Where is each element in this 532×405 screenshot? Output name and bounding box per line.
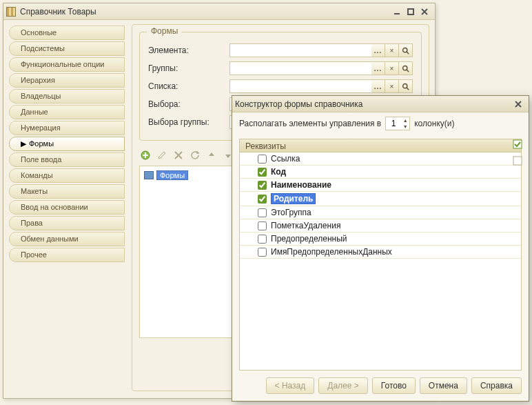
- magnifier-icon[interactable]: [399, 43, 413, 57]
- sidebar-item-7[interactable]: ▶Формы: [9, 137, 125, 151]
- list-item-label: Предопределенный: [271, 234, 347, 244]
- minimize-button[interactable]: [391, 6, 403, 17]
- sidebar-item-label: Поле ввода: [21, 155, 61, 164]
- form-icon: [144, 171, 154, 179]
- list-item[interactable]: ИмяПредопределенныхДанных: [240, 246, 521, 259]
- sidebar-item-14[interactable]: Прочее: [9, 248, 125, 262]
- list-item-checkbox[interactable]: [258, 208, 267, 217]
- dialog-body: Располагать элементы управления в ▲ ▼ ко…: [239, 117, 522, 371]
- list-item[interactable]: Предопределенный: [240, 233, 521, 246]
- check-all-icon[interactable]: [512, 139, 524, 151]
- list-item-checkbox[interactable]: [258, 168, 267, 177]
- spinner-down-icon[interactable]: ▼: [401, 124, 409, 130]
- sidebar-item-label: Данные: [21, 108, 48, 116]
- dialog-side-icons: [512, 139, 524, 168]
- form-input[interactable]: [229, 61, 371, 75]
- refresh-icon[interactable]: [189, 149, 201, 161]
- sidebar-item-3[interactable]: Иерархия: [9, 73, 125, 88]
- list-item[interactable]: Наименование: [240, 179, 521, 192]
- spinner-arrows[interactable]: ▲ ▼: [401, 117, 409, 130]
- sidebar-item-10[interactable]: Макеты: [9, 184, 125, 199]
- form-input[interactable]: [229, 79, 371, 93]
- form-row-label: Выбора группы:: [148, 117, 224, 127]
- dlg-next-button[interactable]: Далее >: [318, 377, 368, 394]
- form-row-label: Списка:: [148, 81, 224, 91]
- list-item-label: ЭтоГруппа: [271, 208, 311, 217]
- list-item-label: Наименование: [271, 180, 331, 190]
- sidebar-item-0[interactable]: Основные: [9, 26, 125, 40]
- form-row-0: Элемента:...×: [148, 43, 413, 57]
- dots-button[interactable]: ...: [371, 79, 385, 93]
- add-icon[interactable]: [139, 149, 152, 161]
- spinner-up-icon[interactable]: ▲: [401, 117, 409, 124]
- dots-button[interactable]: ...: [371, 43, 385, 57]
- sidebar-item-1[interactable]: Подсистемы: [9, 41, 125, 56]
- svg-point-3: [403, 83, 407, 88]
- sidebar-item-label: Функциональные опции: [21, 60, 104, 68]
- sidebar-item-label: Основные: [21, 28, 57, 37]
- titlebar: Справочник Товары: [3, 3, 435, 20]
- window-buttons: [391, 6, 431, 17]
- form-input[interactable]: [229, 43, 371, 57]
- form-row-label: Элемента:: [148, 46, 224, 55]
- sidebar-item-2[interactable]: Функциональные опции: [9, 57, 125, 72]
- list-item-checkbox[interactable]: [258, 195, 267, 204]
- magnifier-icon[interactable]: [399, 79, 413, 93]
- form-input-wrap: ...×: [229, 43, 413, 57]
- columns-row: Располагать элементы управления в ▲ ▼ ко…: [239, 117, 522, 130]
- dlg-help-button[interactable]: Справка: [471, 377, 522, 394]
- clear-button[interactable]: ×: [385, 79, 399, 93]
- dialog-close-button[interactable]: [512, 99, 524, 110]
- sidebar-item-label: Обмен данными: [21, 235, 79, 243]
- list-item[interactable]: Ссылка: [240, 152, 521, 166]
- list-item[interactable]: Код: [240, 166, 521, 179]
- columns-input[interactable]: [386, 119, 401, 128]
- sidebar-item-6[interactable]: Нумерация: [9, 121, 125, 135]
- sidebar-item-label: Команды: [21, 171, 53, 179]
- list-item-label: ИмяПредопределенныхДанных: [271, 247, 392, 257]
- svg-rect-0: [408, 9, 413, 14]
- edit-icon[interactable]: [156, 149, 168, 161]
- svg-point-2: [403, 66, 407, 70]
- sidebar-item-11[interactable]: Ввод на основании: [9, 200, 125, 215]
- clear-button[interactable]: ×: [385, 43, 399, 57]
- clear-button[interactable]: ×: [385, 61, 399, 75]
- arrow-icon: ▶: [21, 139, 26, 148]
- dlg-back-button[interactable]: < Назад: [266, 377, 315, 394]
- magnifier-icon[interactable]: [399, 61, 413, 75]
- list-item-label: Код: [271, 167, 286, 177]
- sidebar-item-12[interactable]: Права: [9, 216, 125, 230]
- sidebar-item-5[interactable]: Данные: [9, 105, 125, 119]
- dialog-title: Конструктор формы справочника: [235, 96, 508, 112]
- list-item-checkbox[interactable]: [258, 181, 267, 190]
- app-icon: [6, 7, 16, 17]
- list-item[interactable]: ЭтоГруппа: [240, 206, 521, 219]
- close-button[interactable]: [418, 6, 431, 17]
- list-item-checkbox[interactable]: [258, 221, 267, 230]
- tree-root-label: Формы: [156, 170, 188, 180]
- dlg-finish-button[interactable]: Готово: [372, 377, 416, 394]
- list-item-checkbox[interactable]: [258, 155, 267, 164]
- columns-spinner[interactable]: ▲ ▼: [385, 117, 410, 130]
- list-item-checkbox[interactable]: [258, 235, 267, 244]
- sidebar-item-label: Права: [21, 219, 43, 227]
- sidebar-item-8[interactable]: Поле ввода: [9, 152, 125, 167]
- form-row-label: Группы:: [148, 63, 224, 73]
- move-up-icon[interactable]: [205, 149, 218, 161]
- dialog-footer: < Назад Далее > Готово Отмена Справка: [239, 377, 522, 394]
- list-item[interactable]: Родитель: [240, 192, 521, 206]
- sidebar-item-4[interactable]: Владельцы: [9, 89, 125, 103]
- sidebar-item-13[interactable]: Обмен данными: [9, 232, 125, 246]
- delete-icon[interactable]: [172, 149, 185, 161]
- list-item[interactable]: ПометкаУдаления: [240, 219, 521, 233]
- sidebar-item-label: Нумерация: [21, 124, 61, 132]
- form-row-1: Группы:...×: [148, 61, 413, 75]
- list-item-checkbox[interactable]: [258, 248, 267, 257]
- dlg-cancel-button[interactable]: Отмена: [420, 377, 467, 394]
- maximize-button[interactable]: [405, 6, 417, 17]
- sidebar-item-9[interactable]: Команды: [9, 168, 125, 183]
- dialog-titlebar: Конструктор формы справочника: [232, 96, 529, 112]
- uncheck-all-icon[interactable]: [512, 155, 524, 168]
- requisites-list[interactable]: СсылкаКодНаименованиеРодительЭтоГруппаПо…: [239, 152, 522, 371]
- dots-button[interactable]: ...: [371, 61, 385, 75]
